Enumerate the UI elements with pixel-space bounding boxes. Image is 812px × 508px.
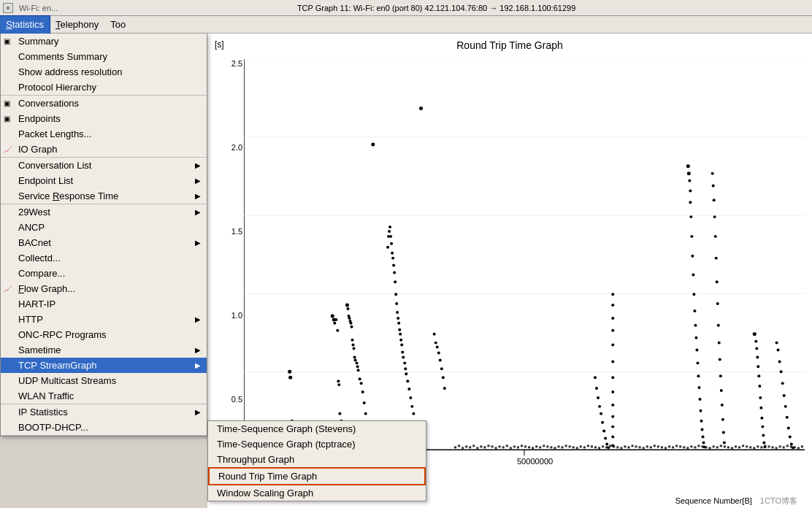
svg-point-272 <box>777 349 780 352</box>
menu-row-packet-lengths[interactable]: Packet Lengths... <box>1 126 207 142</box>
menu-statistics[interactable]: Statistics <box>0 16 50 34</box>
menu-row-ip-statistics[interactable]: IP Statistics ▶ <box>1 404 207 420</box>
menu-row-29west[interactable]: 29West ▶ <box>1 204 207 220</box>
menu-telephony[interactable]: Telephony <box>50 16 104 34</box>
menu-row-hart-ip[interactable]: HART-IP <box>1 296 207 312</box>
svg-rect-134 <box>587 445 589 447</box>
menu-row-conversation-list[interactable]: Conversation List ▶ <box>1 158 207 173</box>
bacnet-arrow: ▶ <box>195 239 201 247</box>
menu-statistics-label: Statistics <box>6 19 44 30</box>
menu-tools[interactable]: Too <box>104 16 131 34</box>
ip-statistics-arrow: ▶ <box>195 408 201 416</box>
svg-point-216 <box>693 309 696 312</box>
svg-point-68 <box>397 317 399 320</box>
svg-rect-156 <box>668 445 670 447</box>
prev-tab[interactable]: Wi-Fi: en... <box>19 4 58 12</box>
menu-row-io-graph[interactable]: 📈 IO Graph <box>1 142 207 157</box>
menu-row-flow-graph[interactable]: 📈 Flow Graph... <box>1 281 207 296</box>
svg-point-83 <box>412 412 415 415</box>
svg-point-65 <box>394 293 397 296</box>
svg-point-204 <box>611 436 614 439</box>
menu-row-compare[interactable]: Compare... <box>1 266 207 281</box>
svg-point-237 <box>716 302 719 305</box>
window-title: TCP Graph 11: Wi-Fi: en0 (port 80) 42.12… <box>64 4 809 12</box>
svg-point-80 <box>407 388 410 390</box>
svg-point-222 <box>697 386 700 389</box>
submenu-time-seq-stevens[interactable]: Time-Sequence Graph (Stevens) <box>208 421 426 436</box>
svg-rect-113 <box>510 447 512 449</box>
watermark: 1CTO博客 <box>760 496 797 505</box>
svg-rect-162 <box>690 445 692 447</box>
close-tab-button[interactable]: × <box>3 3 13 13</box>
svg-point-200 <box>611 390 614 393</box>
svg-rect-130 <box>572 446 575 448</box>
menu-row-onc-rpc[interactable]: ONC-RPC Programs <box>1 327 207 342</box>
svg-rect-176 <box>742 445 744 447</box>
svg-point-266 <box>760 417 763 420</box>
svg-point-79 <box>406 380 409 382</box>
svg-point-36 <box>353 355 356 358</box>
submenu-window-scaling[interactable]: Window Scaling Graph <box>208 485 426 501</box>
svg-point-76 <box>403 361 406 364</box>
svg-point-252 <box>601 421 604 424</box>
submenu-time-seq-tcptrace[interactable]: Time-Sequence Graph (tcptrace) <box>208 436 426 452</box>
svg-rect-144 <box>624 445 626 447</box>
menu-section-5: IP Statistics ▶ BOOTP-DHCP... <box>1 404 207 436</box>
svg-point-279 <box>787 427 790 430</box>
y-tick-05: 0.5 <box>231 395 242 404</box>
svg-point-8 <box>288 376 292 380</box>
tcp-streamgraph-arrow: ▶ <box>195 361 201 369</box>
svg-point-63 <box>393 271 396 274</box>
menu-row-comments[interactable]: Comments Summary <box>1 49 207 64</box>
menu-row-collectd[interactable]: Collectd... <box>1 250 207 266</box>
menu-row-bootp[interactable]: BOOTP-DHCP... <box>1 420 207 435</box>
svg-point-275 <box>781 382 784 385</box>
svg-point-226 <box>701 428 704 431</box>
menu-row-summary[interactable]: ▣ Summary <box>1 34 207 49</box>
svg-point-209 <box>689 189 692 192</box>
svg-point-69 <box>397 322 400 325</box>
menu-row-conversations[interactable]: ▣ Conversations <box>1 96 207 111</box>
submenu-round-trip-time[interactable]: Round Trip Time Graph <box>208 467 426 485</box>
svg-rect-173 <box>731 447 733 449</box>
svg-rect-160 <box>683 446 685 448</box>
submenu-throughput-graph[interactable]: Throughput Graph <box>208 452 426 467</box>
flow-graph-label: Flow Graph... <box>18 283 75 294</box>
throughput-graph-label: Throughput Graph <box>217 454 294 465</box>
svg-point-235 <box>715 257 718 260</box>
http-label: HTTP <box>18 314 43 325</box>
svg-rect-114 <box>513 445 516 447</box>
svg-rect-135 <box>591 445 593 447</box>
menu-row-http[interactable]: HTTP ▶ <box>1 312 207 327</box>
svg-rect-116 <box>521 445 523 447</box>
menu-row-address[interactable]: Show address resolution <box>1 64 207 80</box>
menu-row-endpoint-list[interactable]: Endpoint List ▶ <box>1 173 207 188</box>
svg-point-193 <box>611 293 614 296</box>
menu-row-udp-multicast[interactable]: UDP Multicast Streams <box>1 373 207 388</box>
menu-row-tcp-streamgraph[interactable]: TCP StreamGraph ▶ <box>1 358 207 373</box>
29west-arrow: ▶ <box>195 208 201 216</box>
svg-rect-151 <box>650 446 652 448</box>
menu-row-endpoints[interactable]: ▣ Endpoints <box>1 111 207 126</box>
svg-point-205 <box>611 444 614 447</box>
svg-point-228 <box>702 441 705 444</box>
svg-rect-120 <box>535 445 537 447</box>
svg-point-43 <box>361 390 364 393</box>
svg-point-262 <box>757 374 760 377</box>
svg-rect-99 <box>458 445 460 447</box>
svg-rect-150 <box>646 445 648 447</box>
svg-point-202 <box>611 415 614 418</box>
svg-rect-153 <box>657 445 659 447</box>
menu-row-service-response[interactable]: Service Response Time ▶ <box>1 188 207 204</box>
menu-section-4: 29West ▶ ANCP BACnet ▶ Collectd... Compa… <box>1 204 207 404</box>
svg-rect-155 <box>664 447 667 449</box>
menu-row-protocol[interactable]: Protocol Hierarchy <box>1 80 207 95</box>
menu-row-ancp[interactable]: ANCP <box>1 220 207 235</box>
bootp-label: BOOTP-DHCP... <box>18 422 88 433</box>
svg-point-210 <box>689 201 692 204</box>
menu-row-wlan-traffic[interactable]: WLAN Traffic <box>1 388 207 404</box>
menu-row-sametime[interactable]: Sametime ▶ <box>1 342 207 358</box>
menu-row-bacnet[interactable]: BACnet ▶ <box>1 235 207 250</box>
svg-point-195 <box>611 317 614 320</box>
graph-canvas: 50000000 <box>244 59 805 479</box>
